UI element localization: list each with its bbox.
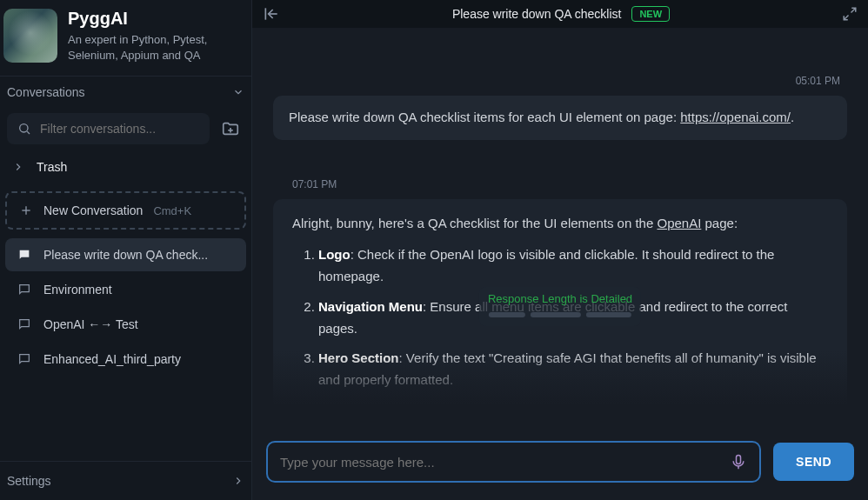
new-badge: NEW — [631, 6, 670, 22]
assistant-intro-link[interactable]: OpenAI — [657, 216, 701, 230]
new-conversation-label: New Conversation — [43, 203, 143, 217]
mic-icon[interactable] — [730, 453, 747, 470]
conversation-item-label: Please write down QA check... — [43, 248, 208, 262]
svg-rect-10 — [737, 456, 741, 464]
message-input-wrap[interactable] — [266, 441, 761, 483]
filter-row — [0, 108, 251, 150]
toast-bars — [489, 312, 631, 317]
user-message-link[interactable]: https://openai.com/ — [680, 110, 791, 124]
chat-bubble-icon — [17, 248, 33, 262]
main-pane: Please write down QA checklist NEW 05:01… — [252, 0, 868, 500]
avatar[interactable] — [3, 9, 57, 63]
conversation-list: Please write down QA check...Environment… — [0, 237, 251, 377]
profile-block: PyggAI An expert in Python, Pytest, Sele… — [0, 0, 251, 76]
trash-label: Trash — [37, 160, 67, 174]
profile-name: PyggAI — [68, 9, 244, 29]
topbar-center: Please write down QA checklist NEW — [290, 6, 831, 22]
profile-description: An expert in Python, Pytest, Selenium, A… — [68, 32, 244, 63]
assistant-intro: Alright, bunny, here's a QA checklist fo… — [292, 213, 828, 235]
message-input[interactable] — [280, 455, 721, 470]
search-icon — [17, 122, 31, 136]
expand-icon[interactable] — [842, 6, 858, 22]
chevron-right-icon — [12, 161, 24, 173]
user-message: Please write down QA checklist items for… — [273, 96, 847, 140]
conversation-item[interactable]: Environment — [5, 273, 246, 306]
topbar: Please write down QA checklist NEW — [252, 0, 868, 28]
checklist-item-bold: Navigation Menu — [318, 299, 423, 314]
toast-bar — [531, 312, 581, 317]
assistant-intro-b: page: — [701, 216, 738, 230]
new-conversation-button[interactable]: New Conversation Cmd+K — [5, 191, 246, 230]
user-message-suffix: . — [791, 110, 794, 124]
filter-conversations-input[interactable] — [40, 122, 199, 136]
checklist-item-bold: Logo — [318, 247, 351, 262]
input-row: SEND — [252, 429, 868, 500]
sidebar: PyggAI An expert in Python, Pytest, Sele… — [0, 0, 252, 500]
conversation-item-label: Enhanced_AI_third_party — [43, 352, 181, 366]
new-folder-button[interactable] — [217, 115, 244, 143]
settings-row[interactable]: Settings — [0, 461, 251, 500]
page-title: Please write down QA checklist — [452, 7, 622, 21]
checklist-item: Hero Section: Verify the text "Creating … — [318, 348, 828, 391]
chevron-right-icon — [232, 475, 244, 487]
checklist-item-text: : Check if the OpenAI logo is visible an… — [318, 247, 774, 283]
checklist-item-bold: Hero Section — [318, 350, 399, 365]
new-conversation-kbd: Cmd+K — [153, 204, 191, 217]
chat-body: 05:01 PM Please write down QA checklist … — [252, 28, 868, 429]
svg-point-0 — [20, 124, 28, 132]
conversation-item[interactable]: Enhanced_AI_third_party — [5, 343, 246, 376]
collapse-sidebar-button[interactable] — [263, 5, 280, 23]
assistant-intro-a: Alright, bunny, here's a QA checklist fo… — [292, 216, 657, 230]
toast-bar — [586, 312, 631, 317]
svg-line-9 — [844, 16, 848, 20]
plus-icon — [19, 203, 33, 217]
settings-label: Settings — [7, 474, 51, 488]
chat-bubble-icon — [17, 283, 33, 297]
chat-bubble-icon — [17, 352, 33, 366]
user-timestamp: 05:01 PM — [273, 75, 840, 87]
svg-line-1 — [27, 131, 30, 134]
conversation-item[interactable]: Please write down QA check... — [5, 238, 246, 271]
conversation-item-label: Environment — [43, 283, 112, 297]
conversation-item-label: OpenAI ←→ Test — [43, 317, 138, 331]
toast-text: Response Length is Detailed — [488, 292, 632, 305]
response-length-toast: Response Length is Detailed — [479, 287, 641, 326]
trash-row[interactable]: Trash — [0, 150, 251, 184]
toast-bar — [489, 312, 525, 317]
svg-line-8 — [851, 8, 856, 12]
chat-bubble-icon — [17, 317, 33, 331]
assistant-timestamp: 07:01 PM — [292, 178, 847, 190]
conversation-item[interactable]: OpenAI ←→ Test — [5, 308, 246, 341]
conversations-header[interactable]: Conversations — [0, 76, 251, 108]
checklist-item: Logo: Check if the OpenAI logo is visibl… — [318, 244, 828, 288]
conversations-header-label: Conversations — [7, 85, 85, 99]
filter-input-wrap[interactable] — [7, 113, 210, 144]
chevron-down-icon — [232, 86, 244, 98]
profile-text: PyggAI An expert in Python, Pytest, Sele… — [68, 9, 244, 63]
user-message-prefix: Please write down QA checklist items for… — [289, 110, 680, 124]
send-button[interactable]: SEND — [773, 443, 854, 481]
